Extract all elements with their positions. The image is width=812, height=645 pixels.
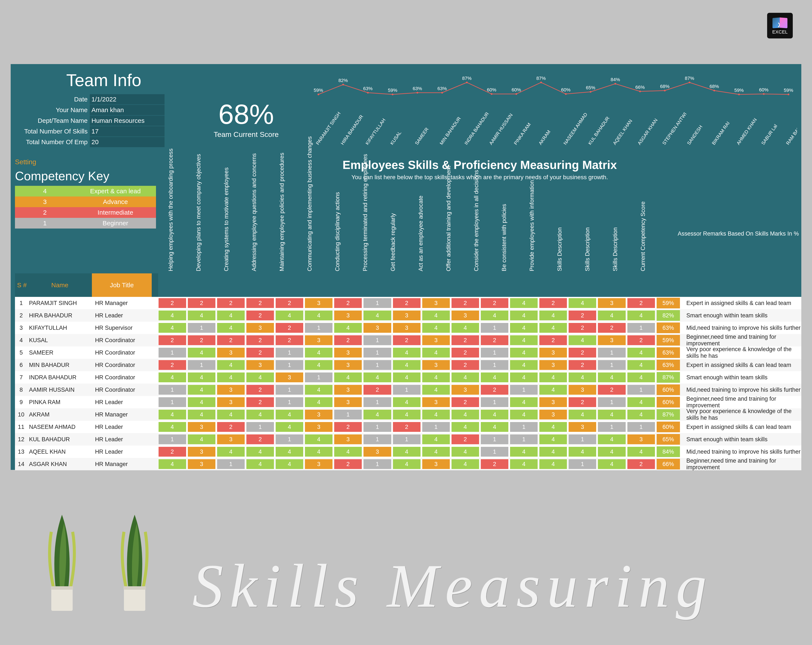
score-cell[interactable]: 4 bbox=[539, 323, 567, 333]
score-cell[interactable]: 3 bbox=[392, 323, 421, 333]
score-cell[interactable]: 4 bbox=[158, 310, 186, 321]
score-cell[interactable]: 2 bbox=[334, 298, 362, 308]
score-cell[interactable]: 2 bbox=[568, 310, 597, 321]
score-cell[interactable]: 4 bbox=[334, 372, 362, 383]
score-cell[interactable]: 2 bbox=[568, 397, 597, 407]
score-cell[interactable]: 4 bbox=[539, 446, 567, 457]
score-cell[interactable]: 2 bbox=[568, 360, 597, 371]
score-cell[interactable]: 2 bbox=[217, 335, 245, 346]
score-cell[interactable]: 4 bbox=[627, 347, 655, 358]
score-cell[interactable]: 4 bbox=[246, 459, 275, 470]
score-cell[interactable]: 4 bbox=[451, 323, 479, 333]
score-cell[interactable]: 4 bbox=[510, 335, 538, 346]
score-cell[interactable]: 3 bbox=[334, 397, 362, 407]
score-cell[interactable]: 3 bbox=[334, 384, 362, 395]
score-cell[interactable]: 3 bbox=[305, 422, 333, 432]
score-cell[interactable]: 1 bbox=[158, 347, 186, 358]
score-cell[interactable]: 4 bbox=[451, 372, 479, 383]
score-cell[interactable]: 2 bbox=[246, 397, 275, 407]
score-cell[interactable]: 4 bbox=[510, 446, 538, 457]
score-cell[interactable]: 2 bbox=[158, 446, 186, 457]
score-cell[interactable]: 3 bbox=[305, 409, 333, 420]
score-cell[interactable]: 1 bbox=[597, 347, 626, 358]
table-row[interactable]: 2 HIRA BAHADUR HR Leader 444244343434442… bbox=[15, 309, 801, 322]
table-row[interactable]: 10 AKRAM HR Manager 44444314444443444 87… bbox=[15, 409, 801, 421]
score-cell[interactable]: 1 bbox=[627, 422, 655, 432]
score-cell[interactable]: 3 bbox=[539, 347, 567, 358]
score-cell[interactable]: 2 bbox=[158, 298, 186, 308]
score-cell[interactable]: 2 bbox=[597, 323, 626, 333]
score-cell[interactable]: 2 bbox=[392, 298, 421, 308]
score-cell[interactable]: 4 bbox=[363, 310, 391, 321]
score-cell[interactable]: 4 bbox=[597, 310, 626, 321]
score-cell[interactable]: 2 bbox=[627, 459, 655, 470]
score-cell[interactable]: 2 bbox=[392, 422, 421, 432]
table-row[interactable]: 12 KUL BAHADUR HR Leader 143214311421141… bbox=[15, 433, 801, 445]
score-cell[interactable]: 4 bbox=[568, 335, 597, 346]
score-cell[interactable]: 4 bbox=[480, 372, 509, 383]
score-cell[interactable]: 2 bbox=[480, 384, 509, 395]
score-cell[interactable]: 4 bbox=[539, 459, 567, 470]
score-cell[interactable]: 4 bbox=[305, 360, 333, 371]
table-row[interactable]: 9 PINKA RAM HR Leader 14321431432143214 … bbox=[15, 396, 801, 409]
score-cell[interactable]: 1 bbox=[188, 323, 216, 333]
skills-value[interactable]: 17 bbox=[90, 126, 165, 136]
table-row[interactable]: 3 KIFAYTULLAH HR Supervisor 414321433441… bbox=[15, 322, 801, 334]
score-cell[interactable]: 2 bbox=[597, 384, 626, 395]
score-cell[interactable]: 2 bbox=[568, 323, 597, 333]
score-cell[interactable]: 4 bbox=[275, 459, 304, 470]
score-cell[interactable]: 1 bbox=[363, 434, 391, 445]
score-cell[interactable]: 4 bbox=[275, 422, 304, 432]
score-cell[interactable]: 4 bbox=[275, 446, 304, 457]
score-cell[interactable]: 3 bbox=[627, 434, 655, 445]
score-cell[interactable]: 4 bbox=[392, 347, 421, 358]
score-cell[interactable]: 1 bbox=[363, 397, 391, 407]
score-cell[interactable]: 4 bbox=[422, 372, 450, 383]
score-cell[interactable]: 2 bbox=[334, 422, 362, 432]
score-cell[interactable]: 2 bbox=[539, 335, 567, 346]
score-cell[interactable]: 2 bbox=[158, 360, 186, 371]
score-cell[interactable]: 4 bbox=[217, 446, 245, 457]
date-value[interactable]: 1/1/2022 bbox=[90, 94, 165, 104]
score-cell[interactable]: 1 bbox=[363, 459, 391, 470]
score-cell[interactable]: 4 bbox=[305, 397, 333, 407]
score-cell[interactable]: 1 bbox=[480, 323, 509, 333]
score-cell[interactable]: 4 bbox=[597, 409, 626, 420]
score-cell[interactable]: 4 bbox=[539, 384, 567, 395]
score-cell[interactable]: 2 bbox=[246, 434, 275, 445]
score-cell[interactable]: 4 bbox=[246, 372, 275, 383]
score-cell[interactable]: 4 bbox=[363, 372, 391, 383]
score-cell[interactable]: 4 bbox=[510, 397, 538, 407]
score-cell[interactable]: 1 bbox=[597, 422, 626, 432]
score-cell[interactable]: 3 bbox=[217, 434, 245, 445]
score-cell[interactable]: 4 bbox=[422, 347, 450, 358]
setting-label[interactable]: Setting bbox=[15, 158, 36, 166]
score-cell[interactable]: 4 bbox=[158, 409, 186, 420]
score-cell[interactable]: 4 bbox=[568, 446, 597, 457]
score-cell[interactable]: 2 bbox=[568, 347, 597, 358]
score-cell[interactable]: 4 bbox=[451, 422, 479, 432]
score-cell[interactable]: 2 bbox=[246, 310, 275, 321]
score-cell[interactable]: 4 bbox=[188, 310, 216, 321]
score-cell[interactable]: 3 bbox=[422, 360, 450, 371]
score-cell[interactable]: 4 bbox=[539, 372, 567, 383]
score-cell[interactable]: 4 bbox=[568, 409, 597, 420]
score-cell[interactable]: 4 bbox=[510, 459, 538, 470]
score-cell[interactable]: 3 bbox=[422, 459, 450, 470]
score-cell[interactable]: 1 bbox=[275, 397, 304, 407]
score-cell[interactable]: 4 bbox=[305, 347, 333, 358]
score-cell[interactable]: 3 bbox=[188, 459, 216, 470]
score-cell[interactable]: 3 bbox=[363, 323, 391, 333]
score-cell[interactable]: 2 bbox=[363, 384, 391, 395]
score-cell[interactable]: 3 bbox=[246, 323, 275, 333]
score-cell[interactable]: 4 bbox=[217, 310, 245, 321]
score-cell[interactable]: 4 bbox=[305, 434, 333, 445]
name-value[interactable]: Aman khan bbox=[90, 105, 165, 115]
score-cell[interactable]: 1 bbox=[480, 347, 509, 358]
score-cell[interactable]: 3 bbox=[217, 397, 245, 407]
score-cell[interactable]: 2 bbox=[451, 298, 479, 308]
score-cell[interactable]: 2 bbox=[480, 459, 509, 470]
score-cell[interactable]: 4 bbox=[188, 347, 216, 358]
score-cell[interactable]: 3 bbox=[217, 347, 245, 358]
score-cell[interactable]: 4 bbox=[627, 360, 655, 371]
